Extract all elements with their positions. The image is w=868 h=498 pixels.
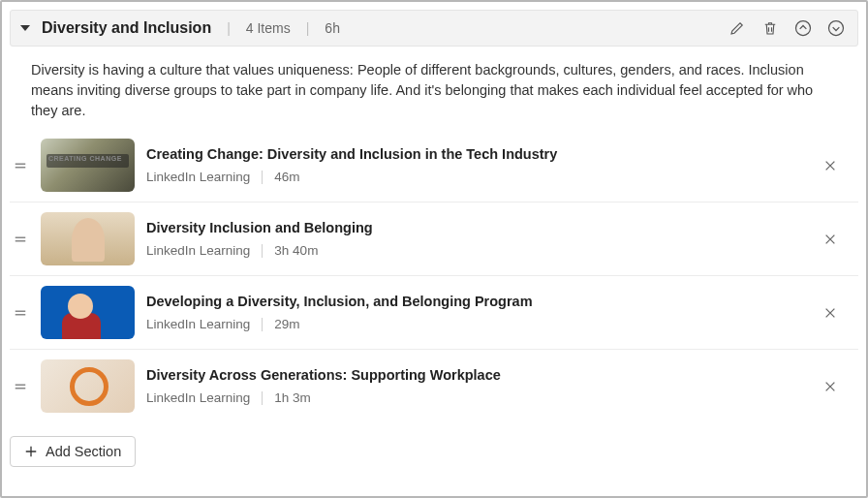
item-source: LinkedIn Learning [146, 243, 250, 258]
remove-item-button[interactable] [816, 372, 845, 401]
separator [262, 171, 263, 184]
drag-icon [14, 380, 27, 393]
list-item: CREATING CHANGE Creating Change: Diversi… [10, 129, 858, 202]
section-item-count: 4 Items [246, 20, 291, 36]
chevron-down-circle-icon [826, 18, 846, 38]
move-down-button[interactable] [824, 16, 848, 40]
section-duration: 6h [325, 20, 340, 36]
remove-item-button[interactable] [816, 225, 845, 254]
section-title: Diversity and Inclusion [42, 19, 211, 37]
remove-item-button[interactable] [816, 151, 845, 180]
drag-handle[interactable] [12, 306, 29, 320]
item-thumbnail[interactable] [41, 286, 135, 339]
separator: | [227, 20, 231, 36]
remove-item-button[interactable] [816, 298, 845, 327]
item-duration: 1h 3m [274, 390, 311, 405]
item-title[interactable]: Diversity Across Generations: Supporting… [146, 367, 804, 383]
trash-icon [761, 19, 779, 37]
separator [262, 318, 263, 331]
item-title[interactable]: Diversity Inclusion and Belonging [146, 220, 804, 235]
close-icon [823, 159, 837, 172]
section-description: Diversity is having a culture that value… [10, 47, 858, 129]
pencil-icon [728, 19, 746, 37]
item-source: LinkedIn Learning [146, 170, 250, 184]
item-thumbnail[interactable] [41, 359, 135, 413]
items-list: CREATING CHANGE Creating Change: Diversi… [10, 129, 858, 422]
svg-point-1 [829, 21, 844, 36]
drag-handle[interactable] [12, 380, 29, 393]
drag-icon [14, 159, 27, 172]
drag-icon [14, 306, 27, 320]
collapse-toggle-icon[interactable] [20, 25, 30, 31]
close-icon [823, 306, 837, 320]
separator [262, 244, 263, 258]
chevron-up-circle-icon [793, 18, 813, 38]
item-title[interactable]: Developing a Diversity, Inclusion, and B… [146, 294, 804, 309]
separator: | [306, 20, 310, 36]
close-icon [823, 233, 837, 246]
list-item: Diversity Across Generations: Supporting… [10, 350, 858, 422]
section-header: Diversity and Inclusion | 4 Items | 6h [10, 10, 858, 47]
item-source: LinkedIn Learning [146, 317, 250, 331]
close-icon [823, 380, 837, 393]
separator [262, 391, 263, 405]
add-section-label: Add Section [46, 444, 121, 459]
item-duration: 3h 40m [274, 243, 318, 258]
move-up-button[interactable] [791, 16, 815, 40]
delete-button[interactable] [759, 16, 782, 40]
add-section-button[interactable]: Add Section [10, 436, 136, 467]
plus-icon [24, 445, 38, 458]
list-item: Diversity Inclusion and Belonging Linked… [10, 202, 858, 276]
edit-button[interactable] [726, 16, 749, 40]
drag-handle[interactable] [12, 159, 29, 172]
item-title[interactable]: Creating Change: Diversity and Inclusion… [146, 146, 804, 162]
svg-point-0 [796, 21, 811, 36]
item-thumbnail[interactable]: CREATING CHANGE [41, 139, 135, 192]
item-source: LinkedIn Learning [146, 390, 250, 405]
thumbnail-text: CREATING CHANGE [48, 155, 122, 162]
item-duration: 29m [274, 317, 299, 331]
item-thumbnail[interactable] [41, 212, 135, 265]
item-duration: 46m [274, 170, 299, 184]
drag-icon [14, 233, 27, 246]
list-item: Developing a Diversity, Inclusion, and B… [10, 276, 858, 350]
drag-handle[interactable] [12, 233, 29, 246]
